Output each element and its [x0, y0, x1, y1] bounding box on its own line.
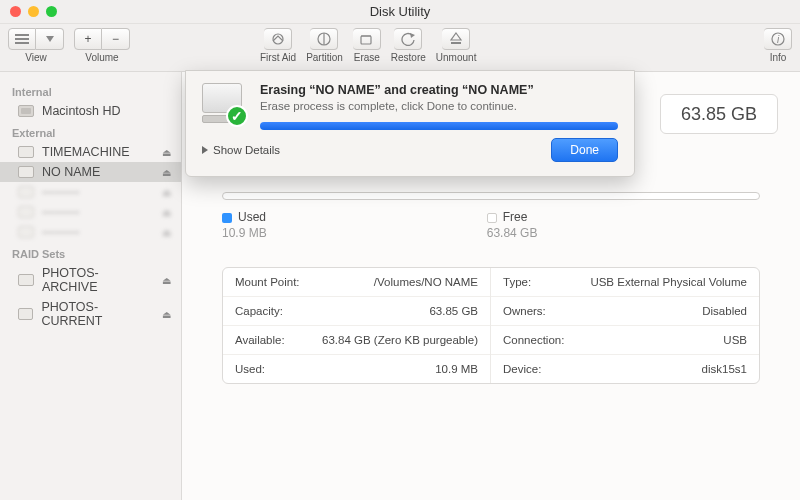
- drive-success-icon: ✓: [202, 83, 246, 125]
- svg-rect-0: [15, 34, 29, 36]
- svg-rect-11: [451, 42, 461, 44]
- detail-value: /Volumes/NO NAME: [374, 276, 478, 288]
- detail-value: Disabled: [702, 305, 747, 317]
- detail-key: Owners:: [503, 305, 546, 317]
- sheet-subtitle: Erase process is complete, click Done to…: [260, 100, 618, 112]
- sidebar-item-label: PHOTOS-CURRENT: [41, 300, 154, 328]
- svg-text:i: i: [776, 34, 779, 45]
- progress-bar: [260, 122, 618, 130]
- erase-label: Erase: [354, 52, 380, 63]
- sidebar-item-obscured[interactable]: ———⏏: [0, 202, 181, 222]
- toolbar: View + − Volume First Aid Partition Eras…: [0, 24, 800, 72]
- sidebar-item-photos-current[interactable]: PHOTOS-CURRENT ⏏: [0, 297, 181, 331]
- external-disk-icon: [18, 206, 34, 218]
- disclosure-triangle-icon: [202, 146, 208, 154]
- external-disk-icon: [18, 226, 34, 238]
- sidebar-item-label: Macintosh HD: [42, 104, 121, 118]
- svg-rect-2: [15, 42, 29, 44]
- restore-label: Restore: [391, 52, 426, 63]
- usage-legend: Used 10.9 MB Free 63.84 GB: [222, 210, 537, 240]
- details-table: Mount Point:/Volumes/NO NAME Capacity:63…: [222, 267, 760, 384]
- external-disk-icon: [18, 166, 34, 178]
- svg-rect-7: [361, 36, 371, 44]
- zoom-window-button[interactable]: [46, 6, 57, 17]
- window-titlebar: Disk Utility: [0, 0, 800, 24]
- first-aid-tool: First Aid: [260, 28, 296, 63]
- remove-volume-button[interactable]: −: [102, 28, 130, 50]
- sidebar-header-external: External: [0, 121, 181, 142]
- eject-icon[interactable]: ⏏: [162, 227, 171, 238]
- detail-value: disk15s1: [702, 363, 747, 375]
- sidebar-item-no-name[interactable]: NO NAME ⏏: [0, 162, 181, 182]
- info-tool: i Info: [764, 28, 792, 63]
- eject-icon[interactable]: ⏏: [162, 309, 171, 320]
- window-controls: [10, 6, 57, 17]
- used-value: 10.9 MB: [222, 226, 267, 240]
- used-label: Used: [238, 210, 266, 224]
- sidebar-item-label: TIMEMACHINE: [42, 145, 130, 159]
- info-button[interactable]: i: [764, 28, 792, 50]
- detail-key: Capacity:: [235, 305, 283, 317]
- eject-icon[interactable]: ⏏: [162, 167, 171, 178]
- sidebar-header-internal: Internal: [0, 80, 181, 101]
- free-label: Free: [503, 210, 528, 224]
- show-details-toggle[interactable]: Show Details: [202, 144, 280, 156]
- sidebar-item-label: ———: [42, 205, 80, 219]
- checkmark-icon: ✓: [226, 105, 248, 127]
- detail-value: 63.84 GB (Zero KB purgeable): [322, 334, 478, 346]
- detail-value: 63.85 GB: [429, 305, 478, 317]
- eject-icon[interactable]: ⏏: [162, 147, 171, 158]
- volume-tool: + − Volume: [74, 28, 130, 63]
- unmount-tool: Unmount: [436, 28, 477, 63]
- view-dropdown-button[interactable]: [36, 28, 64, 50]
- minimize-window-button[interactable]: [28, 6, 39, 17]
- used-swatch-icon: [222, 213, 232, 223]
- sidebar-item-photos-archive[interactable]: PHOTOS-ARCHIVE ⏏: [0, 263, 181, 297]
- add-volume-button[interactable]: +: [74, 28, 102, 50]
- first-aid-button[interactable]: [264, 28, 292, 50]
- sidebar-header-raid: RAID Sets: [0, 242, 181, 263]
- window-title: Disk Utility: [0, 4, 800, 19]
- sidebar-item-label: NO NAME: [42, 165, 100, 179]
- partition-button[interactable]: [310, 28, 338, 50]
- free-value: 63.84 GB: [487, 226, 538, 240]
- svg-rect-1: [15, 38, 29, 40]
- detail-value: USB: [723, 334, 747, 346]
- svg-marker-9: [410, 33, 415, 38]
- detail-key: Available:: [235, 334, 285, 346]
- view-list-button[interactable]: [8, 28, 36, 50]
- erase-button[interactable]: [353, 28, 381, 50]
- volume-label: Volume: [85, 52, 118, 63]
- partition-label: Partition: [306, 52, 343, 63]
- free-swatch-icon: [487, 213, 497, 223]
- sidebar-item-obscured[interactable]: ———⏏: [0, 222, 181, 242]
- usage-bar: [222, 192, 760, 200]
- eject-icon[interactable]: ⏏: [162, 187, 171, 198]
- raid-disk-icon: [18, 308, 33, 320]
- partition-tool: Partition: [306, 28, 343, 63]
- eject-icon[interactable]: ⏏: [162, 207, 171, 218]
- detail-value: 10.9 MB: [435, 363, 478, 375]
- sidebar-item-obscured[interactable]: ———⏏: [0, 182, 181, 202]
- detail-key: Used:: [235, 363, 265, 375]
- eject-icon[interactable]: ⏏: [162, 275, 171, 286]
- unmount-label: Unmount: [436, 52, 477, 63]
- sheet-title: Erasing “NO NAME” and creating “NO NAME”: [260, 83, 618, 97]
- sidebar: Internal Macintosh HD External TIMEMACHI…: [0, 72, 182, 500]
- unmount-button[interactable]: [442, 28, 470, 50]
- detail-key: Type:: [503, 276, 531, 288]
- svg-marker-3: [46, 36, 54, 42]
- show-details-label: Show Details: [213, 144, 280, 156]
- close-window-button[interactable]: [10, 6, 21, 17]
- svg-marker-10: [451, 33, 461, 40]
- external-disk-icon: [18, 146, 34, 158]
- raid-disk-icon: [18, 274, 34, 286]
- restore-tool: Restore: [391, 28, 426, 63]
- detail-key: Device:: [503, 363, 541, 375]
- first-aid-label: First Aid: [260, 52, 296, 63]
- done-button[interactable]: Done: [551, 138, 618, 162]
- restore-button[interactable]: [394, 28, 422, 50]
- sidebar-item-timemachine[interactable]: TIMEMACHINE ⏏: [0, 142, 181, 162]
- sidebar-item-macintosh-hd[interactable]: Macintosh HD: [0, 101, 181, 121]
- info-label: Info: [770, 52, 787, 63]
